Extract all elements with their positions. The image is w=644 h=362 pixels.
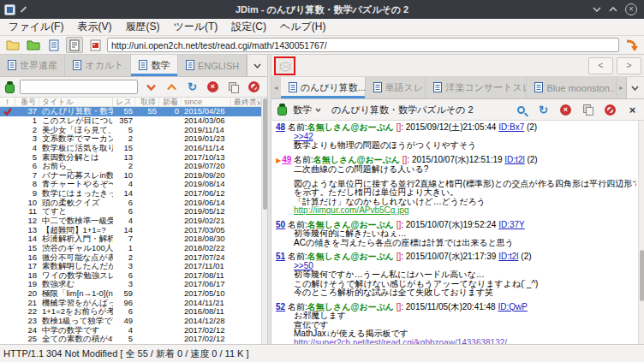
reload-icon[interactable]: ↻ [186,80,199,93]
thread-row[interactable]: 17素数解明したんだが32017/11/01 [0,262,261,271]
thread-view-scrollbar[interactable] [638,121,644,344]
board-select[interactable]: 数学 [293,104,321,116]
thread-row[interactable]: 24中学の数学です42017/02/12 [0,325,261,335]
menu-item[interactable]: 履歴(S) [118,19,166,35]
thread-row[interactable]: 15渋谷のギャル100人に聞い12018/02/22 [0,244,261,253]
thread-list-scrollbar[interactable] [261,98,267,344]
column-header[interactable]: 最終書込 [231,98,261,106]
tab-scroll-right-icon[interactable]: ▸ [617,77,626,98]
column-header[interactable]: ! [0,98,15,106]
board-tab[interactable]: 数学 [131,55,178,76]
thread-row[interactable]: 25全ての素数の積が4π^2で52017/02/12 [0,335,261,344]
abone-icon[interactable] [247,80,260,93]
minimize-button[interactable] [593,5,601,14]
tab-scroll-left-icon[interactable]: ◂ [271,77,281,98]
thread-tab-list-button[interactable] [626,77,644,98]
thread-row[interactable]: 20極限「lim[n→1-0](n)」の結592017/05/10 [0,289,261,299]
image-next-button[interactable]: > [617,57,641,74]
thread-row[interactable]: 8青チャートやるぞ〜42019/08/14 [0,180,261,189]
image-prev-button[interactable]: < [588,57,613,74]
poster-id-link[interactable]: ID:QwP [498,303,527,312]
board-tab[interactable]: 世界遺産 [0,55,65,76]
thread-row[interactable]: 13【超難問】1+1=?142017/03/05 [0,225,261,234]
thread-filter-input[interactable] [20,80,138,94]
column-header[interactable]: 番号 [15,98,39,106]
thread-tab[interactable]: のんびり算数... [281,77,366,98]
scroll-down-icon[interactable] [145,80,158,93]
scroll-up-icon[interactable] [165,80,178,93]
thread-tab[interactable]: Blue moonston... [527,77,617,98]
column-header[interactable]: 新着 [159,98,182,106]
poster-id-link[interactable]: ID:t2l [498,252,518,261]
post-number-link[interactable]: 50 [276,221,285,229]
menu-item[interactable]: 表示(V) [70,19,118,35]
thread-row[interactable]: 14杉浦解析入門・解析演習を72018/08/30 [0,234,261,244]
anchor-link[interactable]: >>50 [294,262,636,271]
url-link[interactable]: http://super2ch.net/test/read.cgi/kqbbzo… [294,339,636,345]
search-icon[interactable] [515,104,528,116]
thread-row[interactable]: 12中二で数検準一級受かった42019/02/21 [0,217,261,226]
image-thumbnail-tab[interactable] [274,56,295,75]
thread-row[interactable]: 6お前ら_22019/07/20 [0,162,261,171]
board-list-button[interactable] [4,37,21,53]
image-view-button[interactable] [86,37,104,53]
menu-item[interactable]: ツール(T) [166,19,224,35]
poster-id-link[interactable]: ID:Bx7 [498,123,524,132]
poster-id-link[interactable]: ID:37Y [498,221,525,229]
thread-row[interactable]: 9数学にはまったきっかけを142017/06/12 [0,189,261,199]
thread-row[interactable]: 11てすと62019/05/12 [0,207,261,217]
thread-row[interactable]: 5素因数分解とは132017/10/13 [0,152,261,162]
copy-icon[interactable] [227,80,240,93]
poster-id-link[interactable]: ID:t2l [504,156,524,164]
thread-row[interactable]: 2美少女「ほら見て、私のおま52019/11/14 [0,125,261,134]
reload-icon[interactable]: ↻ [537,104,550,116]
url-link[interactable]: http://iimgur.com/APvb5Cg.jpg [294,206,636,216]
thread-row[interactable]: 3文系数学でマーカン受験22019/01/23 [0,134,261,144]
thread-view-button[interactable] [66,37,83,53]
close-button[interactable]: × [625,3,637,15]
thread-row[interactable]: 7バナー応募スレin数学102019/09/20 [0,170,261,180]
column-header[interactable]: 取得 [135,98,159,106]
column-header[interactable]: since [182,98,231,106]
post-number-link[interactable]: 49 [282,156,291,164]
stop-icon[interactable]: × [206,80,219,93]
post-number-link[interactable]: 48 [276,123,285,132]
menu-item[interactable]: ファイル(F) [2,19,70,35]
maximize-button[interactable] [609,5,617,14]
menu-item[interactable]: 設定(C) [224,19,273,35]
thread-row[interactable]: 21機械学習をがんばって学ぶ962014/11/21 [0,298,261,307]
thread-list-button[interactable] [45,37,63,53]
thread-row[interactable]: 37のんびり算数・数学パズル555502015/04/26 [0,107,261,116]
thread-row[interactable]: 16微分不可能な点が表れる関22017/07/24 [0,252,261,262]
copy-icon[interactable] [581,104,594,116]
anchor-link[interactable]: >>42 [294,133,636,142]
thread-tab[interactable]: 単語スレ [366,77,426,98]
thread-row[interactable]: 221+1=2をお前らが考える最も62016/08/11 [0,307,261,317]
column-header[interactable]: タイトル [39,98,113,106]
menu-item[interactable]: ヘルプ(H) [273,19,333,35]
anchor-link[interactable]: >>50 [294,262,313,270]
favorites-button[interactable] [25,37,42,53]
abone-icon[interactable] [604,104,617,116]
thread-row[interactable]: 18ワイの数学勉強スレ62017/08/11 [0,271,261,281]
column-header[interactable]: レス [113,98,135,106]
url-input[interactable] [107,38,619,52]
url-link[interactable]: http://iimgur.com/APvb5Cg.jpg [294,206,409,215]
stop-icon[interactable]: × [559,104,572,116]
go-button[interactable] [623,37,640,53]
board-tab[interactable]: オカルト [65,55,131,76]
thread-row[interactable]: 23数検1級って独学で可能?492014/12/28 [0,317,261,326]
board-tab[interactable]: ENGLISH [178,55,247,76]
url-link[interactable]: http://super2ch.net/test/read.cgi/kqbbzo… [294,339,507,345]
post-number-link[interactable]: 51 [276,252,285,261]
thread-row[interactable]: 1このスレが目についたら何3572014/03/06 [0,116,261,126]
post-number-link[interactable]: 52 [276,303,285,312]
thread-row[interactable]: 4数学板に活気を取り戻すぞ152016/11/14 [0,144,261,153]
anchor-link[interactable]: >>42 [294,133,313,141]
thread-row[interactable]: 10頭の柔軟クイズ62019/06/14 [0,198,261,207]
close-tab-icon[interactable]: × [626,104,639,116]
thread-row[interactable]: 19数強求む32017/06/17 [0,280,261,289]
board-tab-list-button[interactable] [247,55,267,76]
thread-tab[interactable]: 洋楽コンサートスレ [426,77,527,98]
thread-since: 2017/07/24 [182,253,231,262]
